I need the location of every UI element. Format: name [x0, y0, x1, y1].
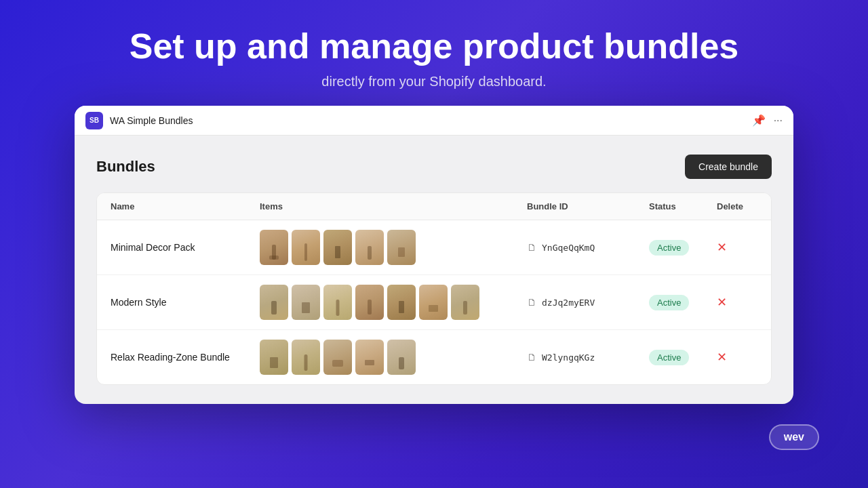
- hero-subtitle: directly from your Shopify dashboard.: [130, 74, 739, 89]
- delete-button-1[interactable]: ✕: [717, 240, 727, 255]
- header-delete: Delete: [717, 201, 757, 211]
- bundle-id-text-3: W2lyngqKGz: [542, 352, 595, 363]
- bundle-name-1: Minimal Decor Pack: [111, 242, 260, 253]
- table-header: Name Items Bundle ID Status Delete: [97, 193, 771, 220]
- thumb-3-2: [292, 340, 320, 375]
- titlebar-left: SB WA Simple Bundles: [85, 112, 193, 129]
- bundles-table: Name Items Bundle ID Status Delete Minim…: [96, 192, 772, 385]
- table-row: Modern Style: [97, 275, 771, 330]
- app-title: WA Simple Bundles: [110, 115, 193, 126]
- thumb-3-3: [323, 340, 352, 375]
- create-bundle-button[interactable]: Create bundle: [685, 155, 772, 179]
- header-items: Items: [260, 201, 527, 211]
- hero-title: Set up and manage product bundles: [130, 27, 739, 66]
- header-bundle-id: Bundle ID: [527, 201, 649, 211]
- bundle-id-cell-3: 🗋 W2lyngqKGz: [527, 352, 649, 363]
- header-status: Status: [649, 201, 717, 211]
- delete-cell-3: ✕: [717, 350, 757, 365]
- status-cell-3: Active: [649, 350, 717, 365]
- thumb-2-4: [355, 285, 384, 320]
- status-cell-2: Active: [649, 295, 717, 310]
- table-row: Relax Reading-Zone Bundle: [97, 330, 771, 384]
- copy-icon-1[interactable]: 🗋: [527, 242, 536, 253]
- bundle-name-2: Modern Style: [111, 297, 260, 308]
- status-badge-2: Active: [649, 295, 689, 310]
- bundle-name-3: Relax Reading-Zone Bundle: [111, 352, 260, 363]
- bundle-id-text-2: dzJq2myERV: [542, 298, 595, 308]
- delete-cell-2: ✕: [717, 295, 757, 310]
- thumb-1-1: [260, 230, 288, 265]
- thumb-2-7: [451, 285, 479, 320]
- window-content: Bundles Create bundle Name Items Bundle …: [75, 136, 793, 404]
- thumb-1-5: [387, 230, 416, 265]
- bundle-id-text-1: YnGqeQqKmQ: [542, 243, 595, 253]
- delete-button-2[interactable]: ✕: [717, 295, 727, 310]
- status-badge-1: Active: [649, 240, 689, 256]
- pin-icon[interactable]: 📌: [752, 114, 766, 127]
- thumb-2-1: [260, 285, 288, 320]
- thumb-1-2: [292, 230, 320, 265]
- bottom-badge: wev: [769, 424, 819, 450]
- thumb-1-3: [323, 230, 352, 265]
- thumb-2-3: [323, 285, 352, 320]
- items-cell-3: [260, 340, 527, 375]
- status-badge-3: Active: [649, 350, 689, 365]
- table-row: Minimal Decor Pack: [97, 220, 771, 275]
- delete-button-3[interactable]: ✕: [717, 350, 727, 365]
- thumb-2-5: [387, 285, 416, 320]
- more-options-icon[interactable]: ···: [774, 115, 783, 127]
- thumb-1-4: [355, 230, 384, 265]
- thumb-2-2: [292, 285, 320, 320]
- copy-icon-3[interactable]: 🗋: [527, 352, 536, 363]
- items-cell-1: [260, 230, 527, 265]
- window-titlebar: SB WA Simple Bundles 📌 ···: [75, 106, 793, 136]
- copy-icon-2[interactable]: 🗋: [527, 297, 536, 308]
- app-icon: SB: [85, 112, 103, 129]
- thumb-3-5: [387, 340, 416, 375]
- items-cell-2: [260, 285, 527, 320]
- thumb-3-1: [260, 340, 288, 375]
- thumb-3-4: [355, 340, 384, 375]
- titlebar-right: 📌 ···: [752, 114, 783, 127]
- bundle-id-cell-2: 🗋 dzJq2myERV: [527, 297, 649, 308]
- status-cell-1: Active: [649, 240, 717, 256]
- delete-cell-1: ✕: [717, 240, 757, 255]
- thumb-2-6: [419, 285, 448, 320]
- hero-section: Set up and manage product bundles direct…: [116, 0, 753, 106]
- bundles-header: Bundles Create bundle: [96, 155, 772, 179]
- app-window: SB WA Simple Bundles 📌 ··· Bundles Creat…: [75, 106, 793, 404]
- header-name: Name: [111, 201, 260, 211]
- page-title: Bundles: [96, 158, 155, 176]
- bundle-id-cell-1: 🗋 YnGqeQqKmQ: [527, 242, 649, 253]
